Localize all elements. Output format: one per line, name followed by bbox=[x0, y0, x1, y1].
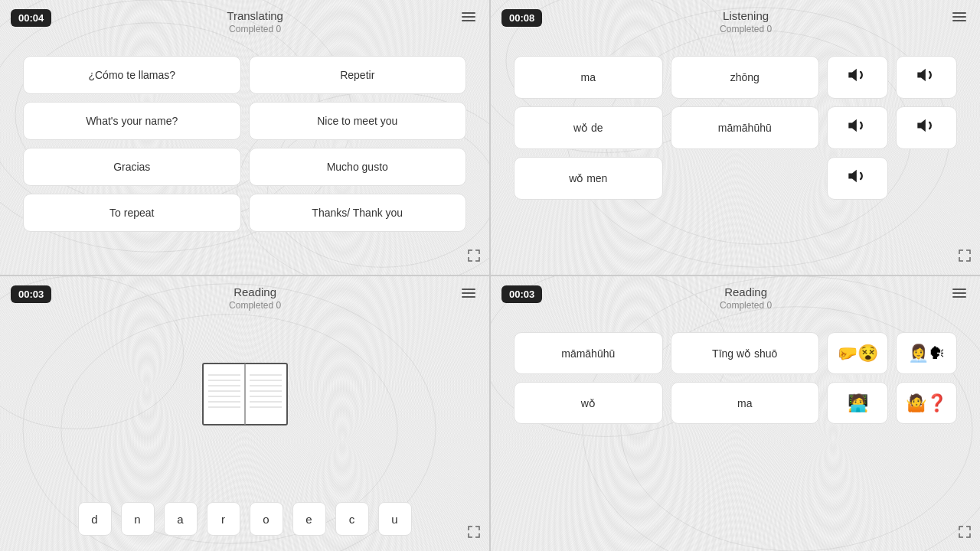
panel2-title-group: Listening Completed 0 bbox=[542, 9, 949, 34]
listen-word-women: wǒ men bbox=[514, 157, 663, 200]
speaker-icon-1 bbox=[847, 64, 868, 90]
listen-word-wode: wǒ de bbox=[514, 106, 663, 149]
listen-row-3: wǒ men bbox=[514, 157, 957, 200]
panel1-title: Translating bbox=[51, 9, 459, 22]
menu-line bbox=[952, 12, 966, 14]
word-card-2[interactable]: Repetir bbox=[249, 56, 467, 94]
panel4-timer: 00:03 bbox=[501, 285, 542, 303]
menu-line bbox=[952, 289, 966, 290]
letter-e[interactable]: e bbox=[292, 502, 326, 536]
listen-word-zhong: zhōng bbox=[671, 56, 820, 99]
panel1-subtitle: Completed 0 bbox=[51, 24, 459, 34]
listen-word-ma: ma bbox=[514, 56, 663, 99]
emoji-button-2[interactable]: 👩‍💼🗣 bbox=[896, 332, 957, 374]
letter-n[interactable]: n bbox=[121, 502, 155, 536]
panel2-timer: 00:08 bbox=[501, 9, 542, 27]
speaker-button-4[interactable] bbox=[896, 106, 957, 149]
empty-cell-2 bbox=[896, 157, 957, 200]
reading-word-mamahuu: māmāhūhū bbox=[514, 332, 663, 374]
panel1-menu-button[interactable] bbox=[459, 9, 479, 24]
panel4-title: Reading bbox=[542, 285, 949, 298]
panel3-expand-button[interactable] bbox=[466, 524, 482, 543]
menu-line bbox=[952, 16, 966, 18]
speaker-icon-3 bbox=[847, 115, 868, 141]
panel3-menu-button[interactable] bbox=[459, 285, 479, 301]
speaker-button-1[interactable] bbox=[827, 56, 888, 99]
letter-c[interactable]: c bbox=[335, 502, 369, 536]
panel1-expand-button[interactable] bbox=[466, 248, 482, 267]
emoji-punch-dizzy: 🤛😵 bbox=[837, 344, 878, 364]
panel4-title-group: Reading Completed 0 bbox=[542, 285, 949, 311]
panel2-header: 00:08 Listening Completed 0 bbox=[491, 0, 980, 41]
panel4-menu-button[interactable] bbox=[949, 285, 969, 301]
menu-line bbox=[462, 289, 475, 290]
reading-word-wo: wǒ bbox=[514, 382, 663, 424]
translating-panel: 00:04 Translating Completed 0 ¿Cómo te l… bbox=[0, 0, 489, 275]
word-card-4[interactable]: Nice to meet you bbox=[249, 102, 467, 140]
menu-line bbox=[462, 292, 475, 294]
speaker-button-5[interactable] bbox=[827, 157, 888, 200]
listen-row-2: wǒ de māmāhūhū bbox=[514, 106, 957, 149]
emoji-thinking-person: 🧑‍💻 bbox=[848, 393, 868, 413]
speaker-icon-2 bbox=[916, 64, 937, 90]
menu-line bbox=[952, 20, 966, 21]
menu-line bbox=[462, 12, 475, 14]
panel3-title: Reading bbox=[51, 285, 459, 298]
letter-o[interactable]: o bbox=[250, 502, 283, 536]
reading-panel-right: 00:03 Reading Completed 0 māmāhūhū Tīng … bbox=[491, 276, 980, 551]
panel1-header: 00:04 Translating Completed 0 bbox=[0, 0, 489, 41]
listening-rows: ma zhōng bbox=[491, 48, 980, 207]
panel2-subtitle: Completed 0 bbox=[542, 24, 949, 34]
panel4-expand-button[interactable] bbox=[957, 524, 972, 543]
letter-row: d n a r o e c u bbox=[0, 487, 489, 551]
reading-panel-left: 00:03 Reading Completed 0 bbox=[0, 276, 489, 551]
speaker-icon-5 bbox=[847, 165, 868, 191]
word-card-8[interactable]: Thanks/ Thank you bbox=[249, 194, 467, 232]
emoji-button-4[interactable]: 🤷❓ bbox=[896, 382, 957, 424]
listening-panel: 00:08 Listening Completed 0 ma zhōng bbox=[491, 0, 980, 275]
emoji-confused-person: 🤷❓ bbox=[906, 393, 947, 413]
panel2-menu-button[interactable] bbox=[949, 9, 969, 24]
panel2-expand-button[interactable] bbox=[957, 248, 972, 267]
panel2-title: Listening bbox=[542, 9, 949, 22]
menu-line bbox=[462, 20, 475, 21]
letter-d[interactable]: d bbox=[78, 502, 112, 536]
app-grid: 00:04 Translating Completed 0 ¿Cómo te l… bbox=[0, 0, 980, 551]
word-card-1[interactable]: ¿Cómo te llamas? bbox=[23, 56, 241, 94]
empty-cell bbox=[671, 157, 820, 200]
book-icon bbox=[199, 360, 291, 429]
listen-row-1: ma zhōng bbox=[514, 56, 957, 99]
panel1-title-group: Translating Completed 0 bbox=[51, 9, 459, 34]
emoji-people-talking: 👩‍💼🗣 bbox=[908, 344, 946, 364]
word-card-6[interactable]: Mucho gusto bbox=[249, 148, 467, 186]
panel4-header: 00:03 Reading Completed 0 bbox=[491, 276, 980, 317]
speaker-button-3[interactable] bbox=[827, 106, 888, 149]
emoji-button-1[interactable]: 🤛😵 bbox=[827, 332, 888, 374]
reading-word-ma: ma bbox=[671, 382, 820, 424]
word-card-3[interactable]: What's your name? bbox=[23, 102, 241, 140]
letter-r[interactable]: r bbox=[207, 502, 240, 536]
menu-line bbox=[462, 16, 475, 18]
menu-line bbox=[952, 296, 966, 298]
listen-word-mamahuu: māmāhūhū bbox=[671, 106, 820, 149]
word-card-7[interactable]: To repeat bbox=[23, 194, 241, 232]
word-grid: ¿Cómo te llamas? Repetir What's your nam… bbox=[0, 48, 489, 240]
reading-row-1: māmāhūhū Tīng wǒ shuō 🤛😵 👩‍💼🗣 bbox=[514, 332, 957, 374]
speaker-button-2[interactable] bbox=[896, 56, 957, 99]
panel1-timer: 00:04 bbox=[11, 9, 51, 27]
book-container bbox=[0, 302, 489, 487]
panel3-timer: 00:03 bbox=[11, 285, 51, 303]
reading-word-ting: Tīng wǒ shuō bbox=[671, 332, 820, 374]
panel4-subtitle: Completed 0 bbox=[542, 300, 949, 311]
reading-row-2: wǒ ma 🧑‍💻 🤷❓ bbox=[514, 382, 957, 424]
speaker-icon-4 bbox=[916, 115, 937, 141]
menu-line bbox=[462, 296, 475, 298]
menu-line bbox=[952, 292, 966, 294]
reading-grid: māmāhūhū Tīng wǒ shuō 🤛😵 👩‍💼🗣 wǒ ma bbox=[491, 324, 980, 432]
word-card-5[interactable]: Gracias bbox=[23, 148, 241, 186]
letter-u[interactable]: u bbox=[378, 502, 412, 536]
emoji-button-3[interactable]: 🧑‍💻 bbox=[827, 382, 888, 424]
letter-a[interactable]: a bbox=[164, 502, 198, 536]
